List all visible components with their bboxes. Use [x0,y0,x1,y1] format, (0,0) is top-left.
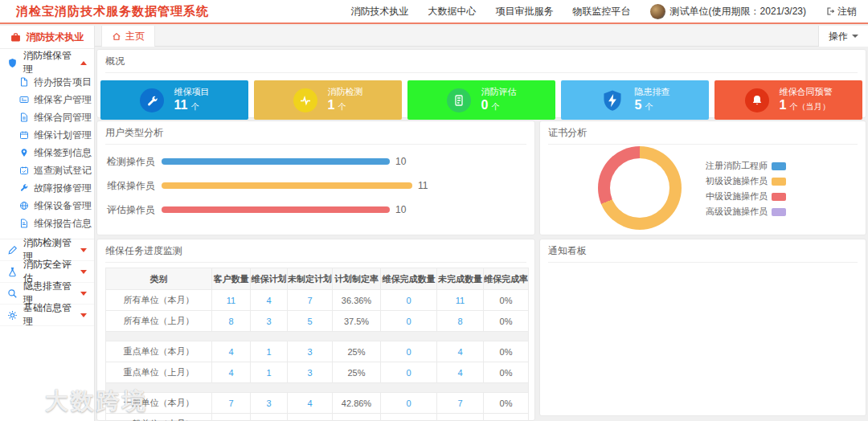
sidebar-item-label: 巡查测试登记 [34,164,92,178]
nav-link-iot-platform[interactable]: 物联监控平台 [573,5,631,18]
legend-item-junior-operator[interactable]: 初级设施操作员 [677,175,786,187]
card-value: 1 个 [328,97,363,113]
caret-up-icon [80,61,87,65]
sidebar-item-label: 维保计划管理 [34,129,92,142]
briefcase-icon [10,32,21,43]
bar-value-label: 10 [395,204,406,215]
task-progress-table: 类别 客户数量 维保计划 未制定计划 计划制定率 维保完成数量 未完成数量 维保… [105,268,529,421]
flask-icon [7,267,18,277]
table-row: 所有单位（本月） 11 4 7 36.36% 0 11 0% [106,290,529,311]
tab-bar: 主页 操作 [95,26,868,47]
sidebar-group-label: 基础信息管理 [23,301,75,329]
col-header: 未完成数量 [437,268,484,290]
sidebar-item-report-info[interactable]: 维保报告信息 [0,215,94,232]
sidebar-item-label: 维保设备管理 [34,199,92,213]
card-fire-assessment[interactable]: 消防评估 0 个 [407,80,555,120]
calendar-icon [19,130,29,140]
sidebar-item-checkin-info[interactable]: 维保签到信息 [0,144,94,161]
bar-category-label: 维保操作员 [97,179,155,193]
sidebar-group-label: 消防维保管理 [23,49,75,76]
sidebar-item-pending-reports[interactable]: 待办报告项目 [0,73,94,91]
nav-link-fire-practice[interactable]: 消防技术执业 [351,5,409,18]
bar-row: 评估操作员 10 [97,198,526,222]
report-icon [447,88,471,112]
file-text-icon [19,219,29,228]
table-row: 重点单位（上月） 4 1 3 25% 0 4 0% [106,362,529,383]
pen-icon [7,245,18,255]
col-header: 计划制定率 [333,268,381,290]
card-value: 1 个（当月） [780,97,833,113]
user-info[interactable]: 测试单位(使用期限：2021/3/23) [650,4,806,19]
legend-swatch [772,178,786,186]
sidebar-group-basicinfo[interactable]: 基础信息管理 [0,305,94,326]
legend-item-senior-operator[interactable]: 高级设施操作员 [677,206,786,218]
notice-board-panel: 通知看板 [539,239,866,416]
card-label: 维保合同预警 [780,87,833,98]
card-text: 消防评估 0 个 [481,87,517,114]
logout-label: 注销 [837,5,857,18]
caret-down-icon [80,292,87,296]
avatar [650,4,665,19]
col-header: 维保完成数量 [381,268,437,290]
tab-home[interactable]: 主页 [101,26,155,47]
card-maintenance-projects[interactable]: 维保项目 11 个 [100,80,248,120]
caret-down-icon [80,248,87,252]
card-label: 隐患排查 [635,87,670,98]
legend-item-intermediate-operator[interactable]: 中级设施操作员 [677,190,786,202]
file-icon [19,77,29,87]
user-label: 测试单位(使用期限：2021/3/23) [670,5,806,18]
sidebar-item-repair-mgmt[interactable]: 故障报修管理 [0,179,94,197]
card-text: 维保项目 11 个 [174,87,210,114]
notice-board-title: 通知看板 [548,239,858,263]
table-row: 一般单位（上月） 4 2 2 50% 0 4 0% [106,414,529,421]
task-progress-title: 维保任务进度监测 [105,239,526,263]
card-text: 隐患排查 5 个 [635,87,670,114]
bar-value-label: 10 [395,156,406,167]
legend-swatch [772,208,786,216]
home-icon [112,31,121,41]
sidebar-item-customer-mgmt[interactable]: 维保客户管理 [0,91,94,108]
bar-category-label: 检测操作员 [97,155,155,169]
sidebar-item-contract-mgmt[interactable]: 维保合同管理 [0,108,94,126]
card-text: 维保合同预警 1 个（当月） [780,87,833,114]
legend-label: 注册消防工程师 [706,160,768,172]
logout-button[interactable]: 注销 [825,5,857,18]
sidebar-item-label: 维保签到信息 [34,146,92,160]
card-fire-detection[interactable]: 消防检测 1 个 [254,80,402,120]
certificate-title: 证书分析 [548,121,858,145]
caret-down-icon [80,313,87,317]
legend-item-registered-engineer[interactable]: 注册消防工程师 [677,160,786,172]
table-row: 一般单位（本月） 7 3 4 42.86% 0 7 0% [106,393,529,414]
card-value: 5 个 [635,97,670,113]
sidebar-item-inspection-register[interactable]: 巡查测试登记 [0,161,94,179]
bar-fill [162,206,390,213]
overview-panel: 概况 维保项目 11 个 消防检测 1 个 [96,49,866,118]
card-hazard-investigation[interactable]: 隐患排查 5 个 [561,80,709,120]
sidebar-header[interactable]: 消防技术执业 [0,26,94,49]
col-header: 未制定计划 [288,268,333,290]
action-label: 操作 [829,30,848,43]
logout-icon [825,6,835,16]
globe-icon [19,201,29,210]
legend-label: 中级设施操作员 [706,190,768,202]
col-header: 维保计划 [251,268,288,290]
sidebar-group-maintenance-toggle[interactable]: 消防维保管理 [0,52,94,73]
nav-link-project-approval[interactable]: 项目审批服务 [496,5,554,18]
sidebar-item-label: 故障报修管理 [34,182,92,195]
nav-link-bigdata-center[interactable]: 大数据中心 [428,5,477,18]
sidebar-item-plan-mgmt[interactable]: 维保计划管理 [0,126,94,144]
chevron-down-icon [852,35,858,38]
wrench-icon [19,183,29,193]
caret-down-icon [80,270,87,274]
card-value: 0 个 [481,97,517,113]
sidebar-item-label: 待办报告项目 [34,76,92,89]
card-label: 消防检测 [328,87,363,98]
table-row: 重点单位（本月） 4 1 3 25% 0 4 0% [106,341,529,362]
certificate-panel: 证书分析 注册消防工程师 初级设施操作员 中级设施操作员 高级设施操作员 [539,121,866,235]
action-dropdown-button[interactable]: 操作 [818,26,868,47]
legend-label: 初级设施操作员 [706,175,768,187]
sidebar-item-equipment-mgmt[interactable]: 维保设备管理 [0,197,94,215]
card-contract-warning[interactable]: 维保合同预警 1 个（当月） [714,80,862,120]
legend-swatch [772,193,786,201]
sidebar-item-label: 维保客户管理 [34,93,92,107]
